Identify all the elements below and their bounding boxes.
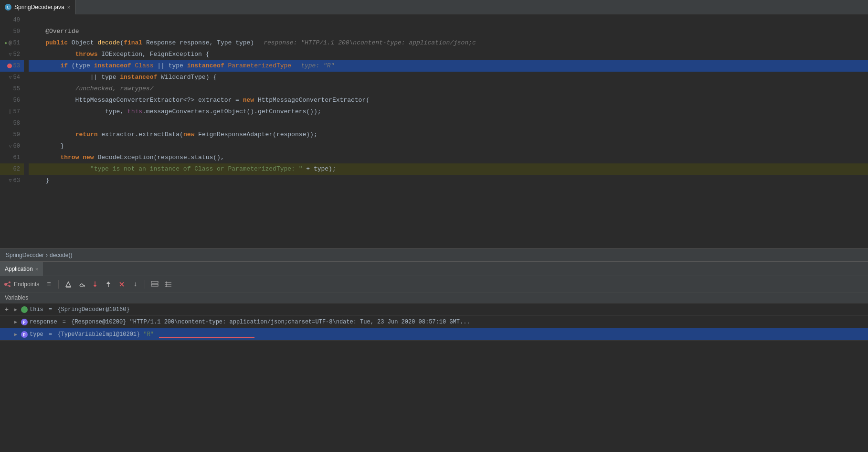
toolbar-btn-step-into[interactable] — [89, 279, 101, 290]
line-gutter — [24, 95, 29, 106]
line-number: 56 — [0, 95, 24, 106]
run-indicator: ● — [4, 41, 7, 46]
code-line: ▽ 52 throws IOException, FeignException … — [0, 49, 868, 60]
line-gutter — [24, 106, 29, 118]
code-line: 50 @Override — [0, 26, 868, 37]
endpoints-text: Endpoints — [14, 281, 39, 288]
keyword2: ParameterizedType — [228, 62, 292, 69]
code-content: public Object decode(final Response resp… — [29, 37, 868, 49]
var-equals: = — [45, 306, 56, 313]
panel-tab-bar: Application × — [0, 262, 868, 276]
tab-bar: C SpringDecoder.java × — [0, 0, 868, 14]
variables-icon — [164, 281, 172, 288]
var-type-badge-this — [21, 306, 28, 313]
toolbar-separator-2 — [145, 280, 145, 289]
code-content — [29, 14, 868, 26]
var-value-response: {Response@10200} "HTTP/1.1 200\ncontent-… — [71, 319, 470, 325]
inline-hint: response: "HTTP/1.1 200\ncontent-type: a… — [264, 39, 476, 46]
debug-toolbar: Endpoints ≡ — [0, 276, 868, 292]
variable-row-type[interactable]: + ▶ p type = {TypeVariableImpl@10201} "R… — [0, 328, 868, 341]
line-number: ▽ 60 — [0, 140, 24, 152]
keyword2: Class — [135, 62, 153, 69]
toolbar-btn-step-out[interactable] — [103, 279, 114, 290]
line-gutter — [24, 37, 29, 49]
step-out-icon — [105, 281, 112, 288]
breadcrumb-method: decode() — [50, 252, 72, 258]
panel-tab-close[interactable]: × — [35, 266, 38, 272]
line-number: ▽ 52 — [0, 49, 24, 60]
bottom-panel: Application × Endpoints ≡ — [0, 261, 868, 341]
panel-tab-label: Application — [5, 266, 33, 272]
var-name-this: this — [30, 306, 43, 313]
svg-rect-15 — [151, 281, 158, 283]
endpoints-icon — [4, 280, 11, 288]
toolbar-btn-menu[interactable]: ≡ — [43, 279, 54, 290]
fold-arrow[interactable]: ▽ — [9, 75, 12, 80]
keyword: instanceof — [187, 62, 224, 69]
toolbar-btn-cursor[interactable]: ↓ — [129, 279, 141, 290]
variable-row-this: + ▶ this = {SpringDecoder@10160} — [0, 303, 868, 316]
line-gutter — [24, 14, 29, 26]
line-gutter — [24, 49, 29, 60]
toolbar-btn-step-over[interactable] — [76, 279, 87, 290]
toolbar-btn-variables[interactable] — [162, 279, 174, 290]
code-lines: 49 50 @Override ● @ 51 public Object dec… — [0, 14, 868, 186]
line-gutter — [24, 152, 29, 163]
var-equals-2: = — [59, 319, 70, 325]
code-content: } — [29, 140, 868, 152]
code-line: ▽ 63 } — [0, 175, 868, 186]
code-line: 58 — [0, 118, 868, 129]
expand-response[interactable]: ▶ — [12, 319, 19, 325]
fold-arrow[interactable]: ▽ — [9, 178, 12, 183]
toolbar-btn-resume[interactable] — [63, 279, 74, 290]
variables-list: + ▶ this = {SpringDecoder@10160} + ▶ p r… — [0, 303, 868, 341]
step-over-icon — [78, 281, 85, 288]
add-watch-button[interactable]: + — [3, 306, 11, 313]
code-content: /unchecked, rawtypes/ — [29, 83, 868, 95]
keyword: return — [75, 131, 98, 138]
tab-label: SpringDecoder.java — [14, 4, 64, 11]
line-number: │ 57 — [0, 106, 24, 118]
variable-row-response: + ▶ p response = {Response@10200} "HTTP/… — [0, 316, 868, 328]
keyword: new — [83, 154, 94, 161]
toolbar-separator — [58, 280, 59, 289]
code-content: throw new DecodeException(response.statu… — [29, 152, 868, 163]
code-line: ▽ 54 || type instanceof WildcardType) { — [0, 72, 868, 83]
code-content: type, this.messageConverters.getObject()… — [29, 106, 868, 118]
code-content: @Override — [29, 26, 868, 37]
line-gutter — [24, 26, 29, 37]
keyword: instanceof — [120, 74, 157, 81]
code-line: 59 return extractor.extractData(new Feig… — [0, 129, 868, 140]
code-content: if (type instanceof Class || type instan… — [29, 60, 868, 72]
breadcrumb-bar: SpringDecoder › decode() — [0, 248, 868, 261]
line-number: 49 — [0, 14, 24, 26]
panel-tab-application[interactable]: Application × — [0, 262, 43, 276]
var-equals-3: = — [45, 331, 56, 338]
resume-icon — [65, 281, 72, 288]
line-number: 61 — [0, 152, 24, 163]
expand-type[interactable]: ▶ — [12, 331, 19, 338]
toolbar-btn-stop[interactable] — [116, 279, 127, 290]
line-number: 58 — [0, 118, 24, 129]
line-gutter — [24, 163, 29, 175]
tab-spring-decoder[interactable]: C SpringDecoder.java × — [0, 0, 75, 14]
code-line: 56 HttpMessageConverterExtractor<?> extr… — [0, 95, 868, 106]
expand-this[interactable]: ▶ — [12, 306, 19, 313]
type-string-value: "R" — [143, 331, 154, 338]
var-type-badge-response: p — [21, 319, 28, 325]
keyword: final — [124, 39, 142, 46]
line-gutter — [24, 140, 29, 152]
annotation: @Override — [45, 28, 79, 35]
line-gutter — [24, 83, 29, 95]
editor-area: 49 50 @Override ● @ 51 public Object dec… — [0, 14, 868, 248]
method-name: decode — [97, 39, 120, 46]
fold-arrow[interactable]: ▽ — [9, 52, 12, 57]
tab-close-button[interactable]: × — [67, 4, 70, 10]
code-line: 55 /unchecked, rawtypes/ — [0, 83, 868, 95]
toolbar-btn-frames[interactable] — [149, 279, 160, 290]
fold-arrow[interactable]: ▽ — [9, 143, 12, 149]
line-number: 62 — [0, 163, 24, 175]
string-literal: "type is not an instance of Class or Par… — [90, 165, 303, 172]
code-content: HttpMessageConverterExtractor<?> extract… — [29, 95, 868, 106]
line-gutter — [24, 175, 29, 186]
